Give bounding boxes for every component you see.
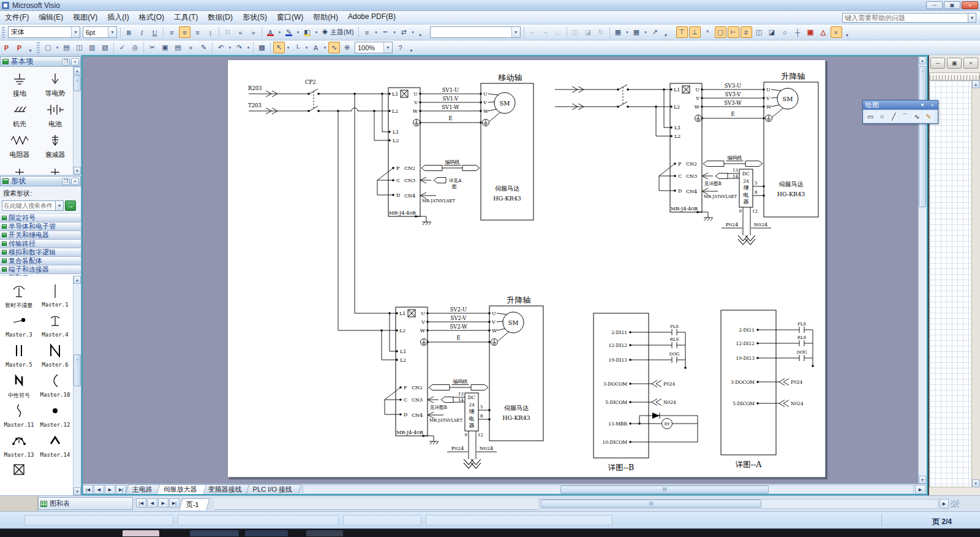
toolbar-options-icon[interactable]: ▼ [918,102,927,109]
snap-to-alignment-button[interactable]: ◫ [753,26,765,38]
drawing-toolbar-titlebar[interactable]: 绘图 ▼ × [863,101,938,110]
nav-next-icon[interactable]: ▶ [105,485,115,494]
scroll-right-icon[interactable]: ▶ [940,499,949,509]
toolbar-overflow-icon[interactable]: ▾ [844,26,851,38]
menu-6[interactable]: 工具(T) [169,10,203,25]
scroll-up-icon[interactable]: ▲ [74,276,81,284]
toolbar-grip[interactable] [37,42,40,53]
font-color-dropdown-icon[interactable]: ▾ [277,26,282,38]
align-left-button[interactable]: ≡ [166,26,178,38]
page-tab-4[interactable]: PLC I/O 接线 [246,484,302,494]
menu-4[interactable]: 插入(I) [102,10,134,25]
line-ends-button[interactable]: ⇄ [398,26,410,38]
snap-off-button[interactable]: * [702,26,714,38]
undo-dropdown-icon[interactable]: ▾ [227,42,233,53]
master-item[interactable]: Master.4 [37,312,73,338]
pencil-tool[interactable]: ✎ [923,111,934,122]
shape-item-resistor[interactable]: 电阻器 [2,133,37,159]
text-tool-button[interactable]: A [310,42,322,53]
shape-name-combo[interactable]: ▾ [430,26,521,38]
line-ends-dropdown-icon[interactable]: ▾ [410,26,416,38]
scroll-right-icon[interactable]: ▶ [915,485,925,494]
insert-picture-dropdown-icon[interactable]: ▾ [625,26,630,38]
master-item[interactable]: 暂时不清楚 [1,282,37,310]
bold-button[interactable]: B [123,26,135,38]
shape-item-ground[interactable]: 接地 [2,72,37,98]
pdf-convert-button[interactable]: P [1,42,12,53]
drawing-page[interactable]: 移动轴SV1-UUUSV1-VVVSV1-WWWESM伺服马达HG-KR43L1… [227,59,826,478]
scroll-down-icon[interactable]: ▼ [972,479,979,487]
find-button[interactable]: ◎ [129,42,141,53]
font-size-combo[interactable]: 6pt▾ [83,26,117,38]
new-document-dropdown-icon[interactable]: ▾ [55,42,60,53]
print-button[interactable]: ▥ [86,42,98,53]
shape-item-attenuator[interactable]: 衰减器 [38,133,72,159]
connector-tool-button[interactable]: └ [292,42,303,53]
insert-image-button[interactable]: ▩ [256,42,268,53]
shapes-panel-header[interactable]: 形状 ❒ × [0,176,81,186]
shape-item-chassis[interactable]: 机壳 [2,102,37,129]
help-search-input[interactable] [842,13,968,23]
master-item[interactable]: Master.5 [1,342,37,368]
right-angle-connector-button[interactable]: ∟ [552,26,564,38]
vertical-text-button[interactable]: ↕ [205,26,216,38]
zoom-combo[interactable]: 100%▾ [355,42,393,53]
format-painter-button[interactable]: ✎ [198,42,209,53]
master-item[interactable]: Master.10 [37,372,73,398]
background-scrollbar[interactable]: ▲ ▼ [971,80,980,487]
paste-button[interactable]: ▤ [172,42,184,53]
minimize-button[interactable]: ─ [930,58,945,69]
snap-to-grid-button[interactable]: # [741,26,752,38]
panel-close-button[interactable]: × [71,178,79,185]
line-color-dropdown-icon[interactable]: ▾ [295,26,301,38]
scroll-down-icon[interactable]: ▼ [74,487,81,495]
text-tool-dropdown-icon[interactable]: ▾ [322,42,328,53]
restore-button[interactable]: ▣ [947,58,962,69]
basic-panel-scrollbar[interactable]: ▲ ▼ [73,67,81,175]
size-handles-button[interactable]: △ [818,26,829,38]
panel-float-button[interactable]: ❒ [62,58,70,66]
snap-button[interactable]: ⊤ [676,26,688,38]
new-document-button[interactable]: ▢ [42,42,54,53]
shape-item-partial[interactable] [38,164,72,175]
menu-7[interactable]: 数据(D) [203,10,238,25]
master-item[interactable]: 中性符号 [1,372,37,400]
basic-panel-header[interactable]: 基本项 ❒ × [0,56,81,67]
nav-prev-icon[interactable]: ◀ [147,498,157,508]
scroll-down-icon[interactable]: ▼ [919,476,926,484]
arc-tool[interactable]: ⌒ [900,111,911,122]
toolbar-overflow-icon[interactable]: ▾ [27,42,34,53]
nav-first-icon[interactable]: |◀ [83,485,93,494]
stencil-bar-2[interactable]: 半导体和电子管 [0,223,81,231]
pointer-tool-dropdown-icon[interactable]: ▾ [285,42,291,53]
delete-tool-button[interactable]: × [831,26,842,38]
report-button[interactable]: ▦ [631,26,643,38]
pointer-tool-button[interactable]: ↖ [273,42,285,53]
stencil-bar-3[interactable]: 开关和继电器 [0,231,81,240]
line-weight-button[interactable]: ≡ [361,26,373,38]
menu-11[interactable]: Adobe PDF(B) [343,10,401,25]
minimize-button[interactable]: ─ [926,1,943,9]
restore-button[interactable]: ▣ [944,1,960,9]
undo-button[interactable]: ↶ [215,42,227,53]
menu-10[interactable]: 帮助(H) [308,10,343,25]
insert-picture-button[interactable]: ▦ [612,26,624,38]
page-tab-3[interactable]: 变频器接线 [202,484,252,494]
union-shapes-button[interactable]: ◫ [570,26,581,38]
scroll-up-icon[interactable]: ▲ [74,67,81,75]
nav-last-icon[interactable]: ▶| [116,485,126,494]
toolbar-overflow-icon[interactable]: ▾ [408,42,415,53]
master-item[interactable]: Master.12 [37,402,73,428]
connection-points-button[interactable]: ┼ [792,26,804,38]
menu-8[interactable]: 形状(S) [238,10,272,25]
menu-9[interactable]: 窗口(W) [272,10,308,25]
master-item[interactable]: Master.3 [1,312,37,338]
scrollbar-thumb[interactable] [74,354,81,386]
rotate-shape-button[interactable]: ↻ [595,26,607,38]
panel-float-button[interactable]: ❒ [62,178,70,185]
scroll-down-icon[interactable]: ▼ [74,167,81,175]
line-pattern-button[interactable]: ┅ [380,26,391,38]
zoom-tool-button[interactable]: ○ [779,26,791,38]
drawing-canvas[interactable]: 移动轴SV1-UUUSV1-VVVSV1-WWWESM伺服马达HG-KR43L1… [83,56,918,484]
close-button[interactable]: × [963,58,978,69]
